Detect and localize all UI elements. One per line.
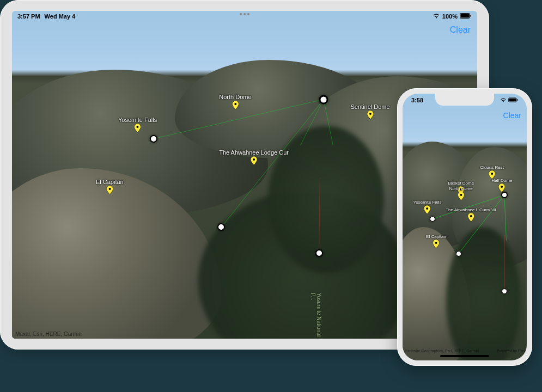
visible-line	[459, 195, 504, 254]
waypoint-wp2[interactable]	[456, 251, 461, 256]
pin-label: El Capitan	[96, 179, 124, 185]
svg-point-16	[470, 215, 472, 217]
battery-icon	[508, 97, 518, 103]
waypoint-wp3[interactable]	[502, 289, 507, 294]
park-label: Yosemite National P...	[310, 293, 322, 339]
pin-label: The Ahwahnee L Curry Vil	[446, 207, 496, 212]
wifi-icon	[500, 97, 507, 103]
svg-point-14	[460, 194, 462, 196]
map-overlay: Clouds RestHalf DomeBasket DomeNorth Dom…	[403, 94, 527, 360]
pin-label: Yosemite Falls	[413, 200, 442, 205]
attribution-right: Powered by Esri	[497, 349, 525, 353]
wifi-icon	[433, 13, 440, 20]
pin-ahwahnee[interactable]: The Ahwahnee L Curry Vil	[446, 207, 496, 222]
svg-point-12	[501, 186, 503, 188]
pin-yosemite-falls[interactable]: Yosemite Falls	[118, 117, 157, 132]
pin-label: North Dome	[219, 94, 251, 100]
svg-point-5	[137, 126, 139, 128]
iphone-device-frame: 3:58 Clear Clouds RestHalf DomeBasket Do…	[397, 88, 532, 366]
clear-button[interactable]: Clear	[450, 25, 471, 35]
svg-rect-2	[471, 15, 472, 17]
waypoint-wp1[interactable]	[150, 135, 157, 143]
visible-line	[504, 195, 506, 240]
pin-label: Sentinel Dome	[351, 103, 390, 110]
iphone-screen[interactable]: 3:58 Clear Clouds RestHalf DomeBasket Do…	[403, 94, 527, 360]
waypoint-wp3[interactable]	[315, 249, 323, 257]
visible-line	[324, 100, 333, 145]
pin-label: The Ahwahnee Lodge Cur	[219, 149, 289, 156]
pin-yosemite-falls[interactable]: Yosemite Falls	[413, 200, 442, 214]
blocked-line	[319, 178, 320, 253]
pin-label: El Capitan	[426, 234, 446, 239]
home-indicator[interactable]	[440, 355, 489, 357]
status-date: Wed May 4	[45, 13, 76, 20]
analysis-lines	[403, 94, 527, 360]
clear-button[interactable]: Clear	[503, 111, 521, 120]
pin-clouds-rest[interactable]: Clouds Rest	[480, 165, 504, 179]
waypoint-wp1[interactable]	[430, 216, 435, 222]
battery-pct: 100%	[442, 13, 458, 20]
pin-sentinel-dome[interactable]: Sentinel Dome	[351, 103, 390, 119]
map-attribution: Maxar, Esri, HERE, Garmin	[15, 331, 82, 337]
svg-rect-1	[461, 14, 470, 18]
notch	[435, 94, 494, 106]
svg-point-17	[435, 242, 437, 244]
pin-el-capitan[interactable]: El Capitan	[96, 179, 124, 194]
battery-icon	[460, 13, 472, 20]
ipad-status-bar: 3:57 PM Wed May 4 100%	[12, 11, 477, 22]
svg-rect-9	[509, 99, 516, 102]
pin-label: North Dome	[449, 186, 473, 191]
svg-point-7	[108, 188, 111, 190]
pin-half-dome[interactable]: Half Dome	[491, 178, 512, 192]
pin-north-dome[interactable]: North Dome	[219, 94, 251, 109]
pin-el-capitan[interactable]: El Capitan	[426, 234, 446, 248]
pin-label: Basket Dome	[448, 181, 474, 186]
multitask-dots-icon[interactable]	[240, 13, 249, 15]
pin-ahwahnee[interactable]: The Ahwahnee Lodge Cur	[219, 149, 289, 165]
map-attribution: Earthstar Geographics, Esri, HERE, Garmi…	[405, 349, 525, 353]
observer-point[interactable]	[501, 192, 508, 198]
svg-point-4	[369, 113, 372, 115]
pin-north-dome[interactable]: North Dome	[449, 186, 473, 200]
svg-point-6	[253, 158, 255, 161]
observer-point[interactable]	[319, 95, 328, 104]
svg-point-3	[234, 103, 236, 105]
waypoint-wp2[interactable]	[217, 223, 225, 231]
pin-label: Clouds Rest	[480, 165, 504, 170]
svg-rect-10	[517, 99, 517, 101]
svg-point-15	[427, 207, 429, 210]
svg-point-11	[491, 173, 493, 175]
pin-label: Yosemite Falls	[118, 117, 157, 123]
attribution-left: Earthstar Geographics, Esri, HERE, Garmi…	[405, 349, 479, 353]
status-time: 3:58	[411, 97, 423, 103]
status-time: 3:57 PM	[17, 13, 40, 20]
pin-label: Half Dome	[491, 178, 512, 183]
visible-line	[300, 100, 324, 145]
